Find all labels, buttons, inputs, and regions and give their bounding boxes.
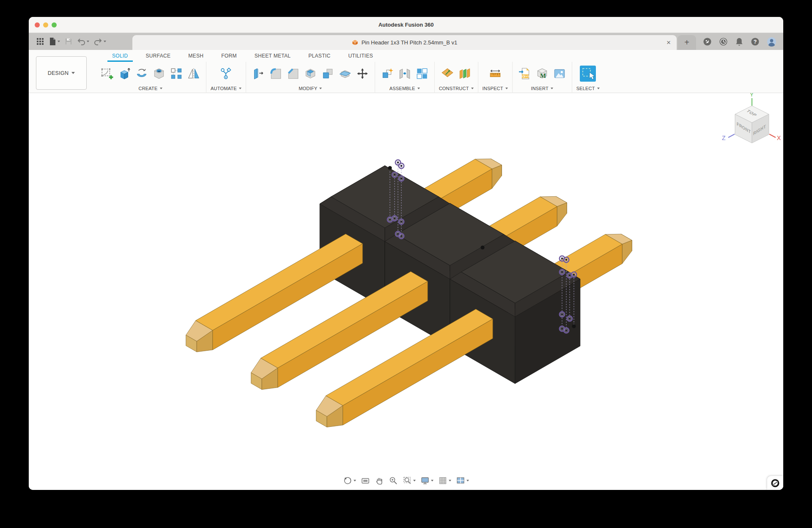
viewport-3d[interactable]: Y Z X TOP FRONT RIGHT <box>29 93 783 490</box>
orbit-button[interactable] <box>342 475 357 486</box>
tab-utilities[interactable]: UTILITIES <box>339 50 382 62</box>
pin-2-short-side-bevel[interactable] <box>557 203 567 226</box>
shell-button[interactable] <box>302 65 318 82</box>
document-tab[interactable]: Pin Header 1x3 TH Pitch 2.54mm_B v1 × <box>132 35 677 50</box>
extrude-button[interactable] <box>116 65 132 82</box>
rectangular-pattern-button[interactable] <box>168 65 184 82</box>
minimize-window-button[interactable] <box>43 22 48 28</box>
close-tab-button[interactable]: × <box>667 35 671 50</box>
app-grid-icon <box>36 38 44 45</box>
revolve-button[interactable] <box>134 65 150 82</box>
sketch-point[interactable] <box>399 163 404 169</box>
zoom-window-button[interactable] <box>52 22 57 28</box>
viewports-button[interactable] <box>455 475 470 486</box>
press-pull-icon <box>252 67 265 80</box>
midplane-button[interactable] <box>457 65 473 82</box>
fillet-button[interactable] <box>268 65 284 82</box>
chamfer-button[interactable] <box>285 65 301 82</box>
group-label-select[interactable]: SELECT <box>576 85 600 93</box>
viewport-scene[interactable]: Y Z X TOP FRONT RIGHT <box>29 93 783 490</box>
group-label-assemble[interactable]: ASSEMBLE <box>390 85 420 93</box>
close-window-button[interactable] <box>35 22 40 28</box>
svg-text:?: ? <box>754 38 757 44</box>
sketch-point[interactable] <box>571 272 577 278</box>
pin-header-model[interactable] <box>186 159 632 427</box>
undo-button[interactable] <box>76 37 90 46</box>
tab-mesh[interactable]: MESH <box>179 50 212 62</box>
sketch-point[interactable] <box>564 328 569 333</box>
workspace-selector[interactable]: DESIGN <box>36 56 87 90</box>
sketch-point[interactable] <box>567 316 573 322</box>
combine-icon <box>321 67 335 80</box>
job-status-button[interactable] <box>719 37 728 46</box>
measure-button[interactable] <box>487 65 503 82</box>
app-grid-button[interactable] <box>36 37 45 46</box>
tab-plastic[interactable]: PLASTIC <box>299 50 339 62</box>
construction-plane-button[interactable] <box>439 65 455 82</box>
press-pull-button[interactable] <box>250 65 266 82</box>
sketch-point[interactable] <box>560 312 565 317</box>
group-label-automate[interactable]: AUTOMATE <box>211 85 241 93</box>
layout-grid-button[interactable] <box>437 475 452 486</box>
insert-svg-button[interactable]: SVG <box>517 65 533 82</box>
group-label-insert[interactable]: INSERT <box>531 85 553 93</box>
orbit-caret <box>354 480 356 481</box>
split-body-button[interactable] <box>337 65 353 82</box>
zoom-button[interactable] <box>388 475 399 486</box>
mirror-button[interactable] <box>186 65 202 82</box>
extensions-button[interactable] <box>703 37 712 46</box>
pin-3-short-side-bevel[interactable] <box>622 240 632 264</box>
sketch-point[interactable] <box>399 234 404 239</box>
group-label-inspect[interactable]: INSPECT <box>483 85 508 93</box>
canvas-button[interactable] <box>551 65 568 82</box>
automate-button[interactable] <box>218 65 234 82</box>
redo-button[interactable] <box>93 37 107 46</box>
select-icon <box>579 65 596 82</box>
sketch-point[interactable] <box>392 172 398 178</box>
new-tab-button[interactable]: + <box>678 35 696 50</box>
viewcube[interactable]: Y Z X TOP FRONT RIGHT <box>722 93 781 143</box>
hole-button[interactable] <box>151 65 167 82</box>
undo-caret <box>87 41 89 42</box>
group-label-create[interactable]: CREATE <box>138 85 162 93</box>
insert-mcmaster-button[interactable]: M <box>534 65 550 82</box>
help-button[interactable]: ? <box>751 37 760 46</box>
group-label-modify[interactable]: MODIFY <box>299 85 322 93</box>
sketch-point[interactable] <box>392 216 398 221</box>
fit-caret <box>413 480 416 481</box>
notifications-button[interactable] <box>735 37 743 46</box>
assistant-button[interactable] <box>767 476 783 490</box>
tab-form[interactable]: FORM <box>212 50 246 62</box>
avatar <box>767 37 776 47</box>
tab-solid[interactable]: SOLID <box>103 50 137 62</box>
tab-bar: Pin Header 1x3 TH Pitch 2.54mm_B v1 × + … <box>29 33 783 50</box>
sketch-anchor-point[interactable] <box>572 324 576 328</box>
joint-button[interactable] <box>397 65 413 82</box>
pan-button[interactable] <box>374 475 385 486</box>
tab-sheet-metal[interactable]: SHEET METAL <box>246 50 300 62</box>
sketch-point[interactable] <box>560 270 565 275</box>
group-label-construct[interactable]: CONSTRUCT <box>439 85 474 93</box>
save-icon <box>65 38 72 45</box>
move-copy-button[interactable] <box>354 65 370 82</box>
create-sketch-button[interactable] <box>99 65 115 82</box>
sketch-point[interactable] <box>399 176 404 182</box>
save-button[interactable] <box>64 37 73 46</box>
pin-1-short-side-bevel[interactable] <box>492 165 502 188</box>
combine-button[interactable] <box>320 65 336 82</box>
select-button[interactable] <box>578 64 598 83</box>
extensions-icon <box>703 37 712 46</box>
rigid-group-button[interactable] <box>414 65 430 82</box>
fit-button[interactable] <box>402 475 417 486</box>
look-at-button[interactable] <box>360 475 371 486</box>
sketch-anchor-point[interactable] <box>388 166 392 170</box>
profile-button[interactable] <box>767 37 776 47</box>
sketch-anchor-point[interactable] <box>480 245 484 249</box>
tab-surface[interactable]: SURFACE <box>137 50 180 62</box>
sketch-point[interactable] <box>564 257 569 263</box>
new-component-button[interactable] <box>379 65 395 82</box>
display-settings-button[interactable] <box>420 475 434 486</box>
file-menu-button[interactable] <box>48 36 61 47</box>
viewcube-y-label: Y <box>750 93 754 98</box>
sketch-point[interactable] <box>399 219 404 225</box>
